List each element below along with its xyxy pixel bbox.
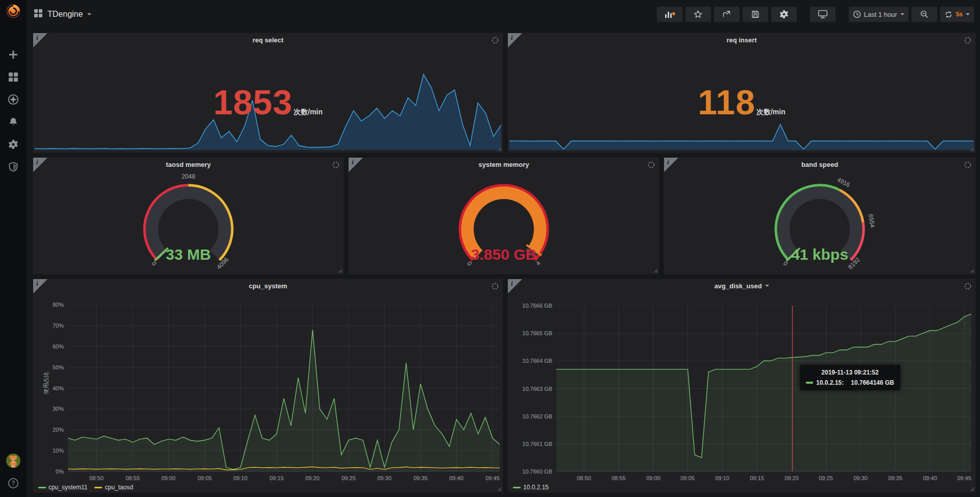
- dashboard-settings-button[interactable]: [771, 7, 797, 22]
- loading-spinner-icon: [332, 161, 339, 168]
- x-tick-label: 09:10: [715, 475, 729, 481]
- configuration-gear-icon[interactable]: [8, 139, 19, 150]
- legend-item[interactable]: cpu_taosd: [94, 484, 133, 491]
- x-tick-label: 09:40: [923, 475, 937, 481]
- x-tick-label: 09:05: [680, 475, 695, 481]
- top-navbar: TDengine Last 1 hour: [27, 0, 980, 29]
- resize-handle[interactable]: [497, 486, 502, 491]
- user-avatar[interactable]: [6, 453, 21, 468]
- panel-req-select: i req select 1853次数/min: [33, 33, 503, 153]
- svg-text:6554: 6554: [867, 214, 876, 229]
- dashboard-grid-icon[interactable]: [34, 9, 43, 20]
- x-tick-label: 08:50: [89, 475, 104, 481]
- panel-title[interactable]: taosd memery: [33, 158, 344, 171]
- x-tick-label: 09:35: [888, 475, 902, 481]
- help-icon[interactable]: ?: [8, 478, 19, 489]
- y-tick-label: 20%: [33, 427, 64, 433]
- star-dashboard-button[interactable]: [685, 7, 711, 22]
- resize-handle[interactable]: [497, 146, 502, 152]
- grafana-logo[interactable]: [5, 3, 21, 19]
- y-tick-label: 70%: [33, 322, 64, 329]
- x-tick-label: 09:05: [198, 475, 212, 481]
- share-dashboard-button[interactable]: [714, 7, 740, 22]
- legend: 10.0.2.15: [513, 484, 549, 491]
- time-range-picker[interactable]: Last 1 hour: [849, 7, 909, 22]
- panel-title[interactable]: system memory: [349, 158, 659, 171]
- time-range-caret: [900, 13, 904, 15]
- y-tick-label: 10.7666 GB: [508, 303, 552, 309]
- create-plus-icon[interactable]: [8, 49, 19, 60]
- panel-title[interactable]: cpu_system: [33, 279, 503, 292]
- x-tick-label: 09:10: [233, 475, 248, 481]
- legend-item[interactable]: 10.0.2.15: [513, 484, 549, 491]
- y-tick-label: 10.7664 GB: [508, 358, 552, 364]
- y-tick-label: 0%: [33, 468, 64, 475]
- x-tick-label: 09:25: [341, 475, 356, 481]
- breadcrumb[interactable]: TDengine: [34, 9, 91, 20]
- panel-title[interactable]: req insert: [508, 33, 975, 46]
- panel-title[interactable]: req select: [33, 33, 503, 46]
- alerting-bell-icon[interactable]: [8, 116, 19, 128]
- y-tick-label: 10.7662 GB: [508, 413, 552, 419]
- x-tick-label: 09:30: [853, 475, 868, 481]
- x-tick-label: 09:35: [413, 475, 428, 481]
- svg-text:33 MB: 33 MB: [166, 246, 211, 263]
- x-tick-label: 09:15: [270, 475, 284, 481]
- loading-spinner-icon: [492, 283, 499, 290]
- svg-text:3.850 GB: 3.850 GB: [471, 246, 536, 263]
- loading-spinner-icon: [964, 283, 971, 290]
- x-tick-label: 09:30: [377, 475, 391, 481]
- resize-handle[interactable]: [969, 268, 974, 273]
- panel-title[interactable]: band speed: [664, 158, 975, 171]
- refresh-picker[interactable]: 5s: [940, 7, 974, 22]
- resize-handle[interactable]: [969, 146, 974, 152]
- x-tick-label: 08:55: [611, 475, 626, 481]
- legend-item[interactable]: cpu_system11: [38, 484, 87, 491]
- graph-tooltip: 2019-11-13 09:21:52 10.0.2.15: 10.766414…: [800, 365, 900, 390]
- x-tick-label: 09:20: [785, 475, 799, 481]
- singlestat-value: 1853次数/min: [33, 82, 503, 122]
- tooltip-series-dash: [806, 382, 813, 384]
- x-tick-label: 09:00: [161, 475, 176, 481]
- resize-handle[interactable]: [337, 268, 342, 273]
- panel-taosd-memory: i taosd memery 02048409633 MB: [33, 157, 344, 275]
- dashboards-icon[interactable]: [8, 71, 19, 83]
- loading-spinner-icon: [492, 37, 499, 44]
- admin-shield-icon[interactable]: [8, 161, 19, 172]
- add-panel-button[interactable]: [657, 7, 682, 22]
- y-tick-label: 10%: [33, 448, 64, 454]
- dashboard-dropdown-caret[interactable]: [87, 13, 91, 15]
- svg-text:2048: 2048: [182, 174, 195, 180]
- resize-handle[interactable]: [969, 486, 974, 491]
- timeseries-chart: [68, 305, 500, 471]
- explore-compass-icon[interactable]: [8, 94, 19, 105]
- singlestat-value: 118次数/min: [508, 82, 975, 122]
- panel-system-memory: i system memory 043.850 GB: [348, 157, 659, 275]
- sidebar: ?: [0, 0, 27, 497]
- x-tick-label: 09:20: [305, 475, 320, 481]
- time-range-label: Last 1 hour: [864, 11, 897, 18]
- x-tick-label: 09:15: [750, 475, 764, 481]
- x-tick-label: 09:45: [957, 475, 971, 481]
- legend: cpu_system11cpu_taosd: [38, 484, 133, 491]
- gauge-chart: 02048409633 MB: [125, 174, 252, 274]
- panel-cpu-system: i cpu_system 使用占比 0%10%20%30%40%50%60%70…: [33, 279, 503, 493]
- panel-title[interactable]: avg_disk_used: [508, 279, 975, 292]
- y-tick-label: 80%: [33, 302, 64, 308]
- tv-kiosk-mode-button[interactable]: [810, 7, 836, 22]
- svg-text:0: 0: [151, 260, 158, 267]
- y-tick-label: 10.7661 GB: [508, 441, 552, 447]
- y-axis-label: 使用占比: [42, 360, 50, 406]
- svg-text:41 kbps: 41 kbps: [791, 246, 848, 263]
- save-dashboard-button[interactable]: [743, 7, 768, 22]
- x-tick-label: 08:50: [577, 475, 591, 481]
- y-tick-label: 10.7660 GB: [508, 468, 552, 475]
- panel-avg-disk-used: i avg_disk_used 10.7660 GB10.7661 GB10.7…: [507, 279, 976, 493]
- zoom-out-button[interactable]: [912, 7, 937, 22]
- loading-spinner-icon: [964, 161, 971, 168]
- y-tick-label: 10.7665 GB: [508, 330, 552, 336]
- gauge-chart: 043.850 GB: [440, 174, 568, 274]
- panel-menu-caret[interactable]: [765, 285, 769, 287]
- resize-handle[interactable]: [653, 268, 658, 273]
- dashboard-title[interactable]: TDengine: [47, 10, 83, 19]
